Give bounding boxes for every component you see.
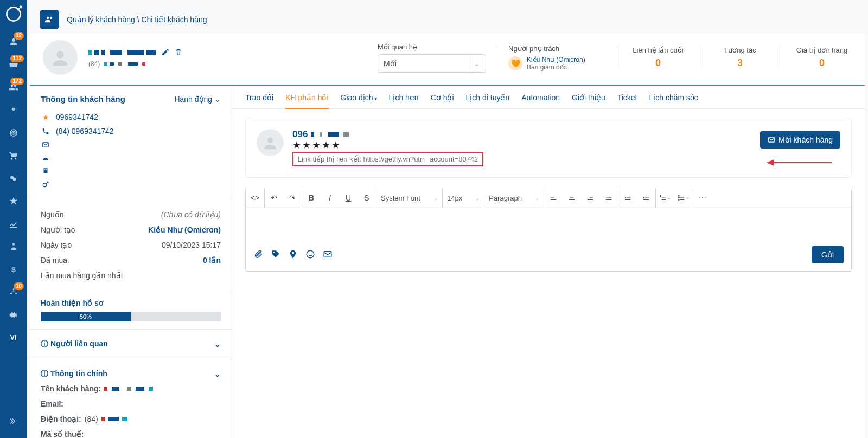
svg-point-11 [56,51,63,58]
main-info-accordion[interactable]: ⓘ Thông tin chính ⌄ [41,367,221,381]
annotation-arrow-icon [767,157,832,168]
send-button[interactable]: Gửi [812,246,844,263]
tag-icon[interactable] [271,249,280,261]
attach-icon[interactable] [253,249,263,261]
fontsize-select[interactable]: 14px⌄ [443,188,484,208]
relationship-label: Mối quan hệ [378,43,486,51]
creator-label: Người tạo [41,226,75,234]
chevron-down-icon: ⌄ [469,55,480,72]
ordered-list-button[interactable]: 1⌄ [656,188,674,208]
customer-header: (84) Mối quan hệ Mới ⌄ Người phụ trách 🧡… [30,34,865,86]
creator-value[interactable]: Kiều Như (Omicron) [148,226,221,234]
field-tax: Mã số thuế: [41,427,221,438]
editor-textarea[interactable] [246,208,851,241]
paragraph-select[interactable]: Paragraph⌄ [484,188,544,208]
svg-point-5 [12,178,16,181]
editor-toolbar: <> ↶ ↷ B I U S System Font⌄ [246,188,851,208]
profile-progress-bar: 50% [41,312,131,321]
breadcrumb-root[interactable]: Quản lý khách hàng [67,15,135,24]
tab-ticket[interactable]: Ticket [617,93,637,108]
chevron-down-icon: ⌄ [214,370,221,378]
redo-button[interactable]: ↷ [283,188,302,208]
purchased-value: 0 lần [203,256,221,265]
sidebar-item-cart[interactable] [0,144,27,167]
phone-secondary[interactable]: (84) 0969341742 [56,127,114,136]
align-left-button[interactable] [544,188,563,208]
sidebar-item-human[interactable] [0,235,27,258]
phone-icon [41,127,50,135]
strike-button[interactable]: S [358,188,376,208]
affiliate-link[interactable]: Link tiếp thị liên kết: https://getfly.v… [292,152,483,166]
divider [617,45,617,70]
sidebar-item-handshake[interactable] [0,99,27,121]
left-panel: Thông tin khách hàng Hành động ⌄ ★096934… [30,86,232,438]
right-panel: Trao đổi KH phản hồi Giao dịch▾ Lịch hẹn… [232,86,865,438]
sidebar-item-money[interactable] [0,167,27,190]
stat-order-label: Giá trị đơn hàng [792,46,852,54]
undo-button[interactable]: ↶ [265,188,283,208]
feedback-avatar [257,129,284,156]
tab-automation[interactable]: Automation [521,93,560,108]
more-button[interactable]: ⋯ [693,188,712,208]
sidebar-item-chart[interactable] [0,212,27,235]
tab-gioi-thieu[interactable]: Giới thiệu [572,93,605,108]
chevron-down-icon: ▾ [374,95,377,101]
sidebar-item-star[interactable] [0,190,27,212]
profile-completion-label: Hoàn thiện hồ sơ [41,299,221,307]
indent-button[interactable] [637,188,655,208]
chevron-down-icon: ⌄ [214,340,221,349]
phone-primary[interactable]: 0969341742 [56,113,98,121]
action-dropdown[interactable]: Hành động ⌄ [174,95,221,104]
info-icon: ⓘ [41,369,48,378]
sidebar-item-dollar[interactable]: $ [0,258,27,281]
sidebar-item-users[interactable]: 172 [0,76,27,99]
tab-co-hoi[interactable]: Cơ hội [431,93,454,108]
edit-icon[interactable] [161,48,170,58]
code-view-button[interactable]: <> [246,188,264,208]
invite-customer-button[interactable]: Mời khách hàng [760,131,840,149]
relationship-value: Mới [384,59,397,68]
align-right-button[interactable] [581,188,599,208]
italic-button[interactable]: I [321,188,339,208]
field-email: Email: [41,396,221,411]
delete-icon[interactable] [174,48,183,58]
align-center-button[interactable] [563,188,581,208]
align-justify-button[interactable] [599,188,618,208]
tab-giao-dich[interactable]: Giao dịch▾ [341,93,377,108]
source-value: (Chưa có dữ liệu) [161,210,221,219]
sidebar-item-lang[interactable]: VI [0,326,27,349]
tab-lich-hen[interactable]: Lịch hẹn [389,93,419,108]
sidebar-item-settings[interactable] [0,304,27,326]
underline-button[interactable]: U [339,188,358,208]
sidebar-item-org[interactable]: 10 [0,281,27,304]
svg-point-25 [307,250,314,258]
sidebar-item-target[interactable] [0,121,27,144]
tab-lich-cham-soc[interactable]: Lịch chăm sóc [649,93,698,108]
tab-kh-phan-hoi[interactable]: KH phản hồi [285,93,328,108]
font-select[interactable]: System Font⌄ [376,188,442,208]
sidebar-expand-icon[interactable] [0,410,27,433]
stat-last-contact-label: Liên hệ lần cuối [628,46,688,54]
cake-icon [41,154,50,162]
tab-lich-di-tuyen[interactable]: Lịch đi tuyến [466,93,510,108]
relationship-select[interactable]: Mới ⌄ [378,54,486,73]
owner-name[interactable]: Kiều Như (Omicron) [527,56,585,63]
bold-button[interactable]: B [302,188,321,208]
sidebar-item-briefcase[interactable]: 112 [0,53,27,76]
unordered-list-button[interactable]: ⌄ [674,188,693,208]
stat-last-contact-value: 0 [628,57,688,69]
stat-interact-label: Tương tác [710,46,770,54]
outdent-button[interactable] [618,188,637,208]
svg-rect-14 [44,169,45,170]
related-people-accordion[interactable]: ⓘ Người liên quan ⌄ [41,337,221,351]
feedback-customer-name: 096 [292,129,483,140]
breadcrumb-sep: \ [135,15,142,24]
rating-stars[interactable] [292,141,483,150]
sidebar-item-person[interactable]: 12 [0,30,27,53]
emoji-icon[interactable] [305,249,315,261]
svg-rect-15 [46,169,47,170]
svg-text:1: 1 [660,195,661,197]
tab-trao-doi[interactable]: Trao đổi [245,93,273,108]
mail-action-icon[interactable] [323,249,333,261]
location-icon[interactable] [288,249,298,261]
